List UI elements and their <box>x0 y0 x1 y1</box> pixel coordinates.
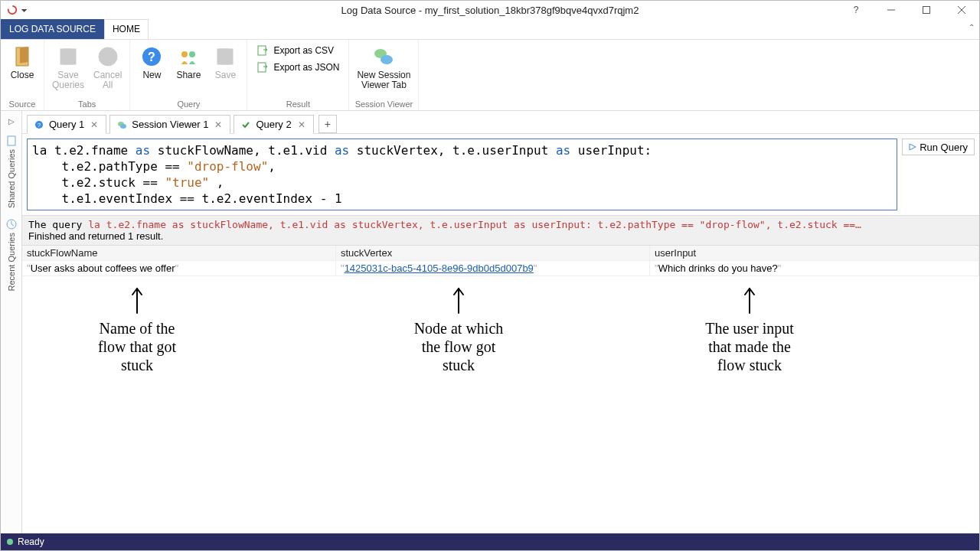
close-button[interactable]: Close <box>5 43 39 82</box>
svg-rect-8 <box>64 49 71 54</box>
export-json-icon <box>256 61 269 73</box>
close-tab-icon[interactable]: ✕ <box>89 119 100 130</box>
ribbon-group-query: ? New Share Save Query <box>130 40 247 110</box>
col-header-stuckflowname[interactable]: stuckFlowName <box>22 246 336 261</box>
query-editor[interactable]: la t.e2.fname as stuckFlowName, t.e1.vid… <box>27 139 897 210</box>
run-query-button[interactable]: Run Query <box>902 139 975 155</box>
ribbon-group-tabs: Save Queries Cancel All Tabs <box>44 40 130 110</box>
svg-rect-20 <box>258 46 266 55</box>
left-sidebar: ▷ Shared Queries Recent Queries <box>1 111 22 533</box>
clock-icon <box>6 219 17 230</box>
close-window-button[interactable] <box>944 1 979 19</box>
cell-stuckvertex: "1425031c-bac5-4105-8e96-9db0d5d007b9" <box>336 261 650 276</box>
save-query-button[interactable]: Save <box>208 43 242 82</box>
document-icon <box>6 135 17 146</box>
query-tab-icon: ? <box>34 119 44 130</box>
ribbon-tab-strip: LOG DATA SOURCE HOME <box>1 19 979 39</box>
tab-session-viewer-1[interactable]: Session Viewer 1 ✕ <box>109 115 230 134</box>
ribbon: ⌃ Close Source Save Queries Cancel All <box>1 39 979 111</box>
ribbon-tab-context[interactable]: LOG DATA SOURCE <box>1 19 104 39</box>
ribbon-group-source: Close Source <box>1 40 44 110</box>
close-tab-icon[interactable]: ✕ <box>213 119 224 130</box>
maximize-button[interactable] <box>909 1 944 19</box>
save-icon <box>213 44 237 69</box>
export-json-button[interactable]: Export as JSON <box>252 60 344 75</box>
results-table: stuckFlowName stuckVertex userInput "Use… <box>22 246 979 276</box>
session-tab-icon <box>116 119 127 130</box>
query-output-header: The query la t.e2.fname as stuckFlowName… <box>22 215 979 246</box>
cancel-icon <box>96 44 120 69</box>
add-tab-button[interactable]: + <box>318 115 337 133</box>
share-query-button[interactable]: Share <box>172 43 205 82</box>
svg-rect-6 <box>20 47 28 64</box>
ribbon-collapse-icon[interactable]: ⌃ <box>969 23 975 31</box>
new-query-icon: ? <box>139 44 164 69</box>
minimize-button[interactable] <box>874 1 909 19</box>
ribbon-tab-home[interactable]: HOME <box>104 19 149 39</box>
svg-rect-24 <box>8 136 15 145</box>
app-logo-icon <box>7 5 18 15</box>
col-header-stuckvertex[interactable]: stuckVertex <box>336 246 650 261</box>
svg-point-16 <box>189 51 195 57</box>
title-bar: ⏷ Log Data Source - my_first_solution_18… <box>1 1 979 19</box>
export-csv-icon <box>256 44 269 57</box>
col-header-userinput[interactable]: userInput <box>650 246 979 261</box>
svg-text:?: ? <box>38 122 41 129</box>
close-tab-icon[interactable]: ✕ <box>296 119 307 130</box>
new-session-viewer-button[interactable]: New Session Viewer Tab <box>354 43 413 92</box>
cell-stuckflowname: "User asks about coffees we offer" <box>22 261 336 276</box>
share-icon <box>176 44 201 69</box>
status-bar: Ready <box>1 533 979 550</box>
query-status-text: Finished and returned 1 result. <box>28 230 973 242</box>
svg-point-15 <box>181 51 188 57</box>
annotation-node: Node at which the flow got stuck <box>367 284 550 374</box>
window-title: Log Data Source - my_first_solution_18kb… <box>1 5 979 16</box>
cancel-all-button[interactable]: Cancel All <box>90 43 125 92</box>
vertex-link[interactable]: 1425031c-bac5-4105-8e96-9db0d5d007b9 <box>345 262 534 274</box>
annotation-user-input: The user input that made the flow stuck <box>650 284 849 374</box>
annotation-overlay: Name of the flow that got stuck Node at … <box>22 276 979 533</box>
svg-point-0 <box>8 6 17 15</box>
session-viewer-icon <box>371 44 396 69</box>
save-queries-button[interactable]: Save Queries <box>49 43 87 92</box>
check-icon <box>240 119 251 130</box>
help-button[interactable]: ? <box>838 1 874 19</box>
export-csv-button[interactable]: Export as CSV <box>252 43 344 58</box>
cell-userinput: "Which drinks do you have?" <box>650 261 979 276</box>
new-query-button[interactable]: ? New <box>135 43 168 82</box>
svg-rect-19 <box>220 57 230 64</box>
close-door-icon <box>10 44 34 69</box>
svg-point-23 <box>381 55 393 64</box>
annotation-flow-name: Name of the flow that got stuck <box>53 284 221 374</box>
svg-point-29 <box>120 124 126 129</box>
ribbon-group-session-viewer: New Session Viewer Tab Session Viewer <box>349 40 419 110</box>
qat-dropdown-icon[interactable]: ⏷ <box>21 6 28 15</box>
play-icon <box>909 143 916 151</box>
status-indicator-icon <box>7 539 13 545</box>
tab-query-2[interactable]: Query 2 ✕ <box>234 115 313 134</box>
tab-query-1[interactable]: ? Query 1 ✕ <box>27 115 106 134</box>
sidebar-shared-queries[interactable]: Shared Queries <box>1 132 22 211</box>
svg-rect-9 <box>64 57 73 64</box>
svg-rect-18 <box>220 49 228 54</box>
sidebar-recent-queries[interactable]: Recent Queries <box>1 216 22 294</box>
svg-text:?: ? <box>149 51 156 64</box>
document-tab-strip: ? Query 1 ✕ Session Viewer 1 ✕ Query 2 ✕… <box>22 111 979 134</box>
status-text: Ready <box>18 536 44 547</box>
save-icon <box>56 44 80 69</box>
svg-rect-21 <box>258 63 266 72</box>
sidebar-expand-icon[interactable]: ▷ <box>4 114 19 128</box>
svg-rect-2 <box>923 7 930 14</box>
ribbon-group-result: Export as CSV Export as JSON Result <box>247 40 349 110</box>
